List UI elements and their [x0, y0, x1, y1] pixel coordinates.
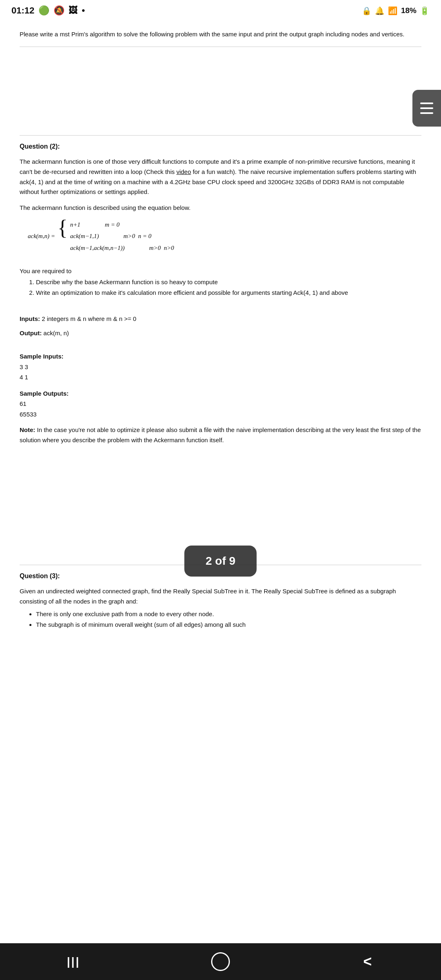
- task-2: Write an optimization to make it's calcu…: [36, 287, 421, 298]
- eq-cond-2: m>0 n = 0: [123, 230, 151, 242]
- sample-outputs-label: Sample Outputs:: [20, 388, 421, 399]
- question-3-bullets: There is only one exclusive path from a …: [20, 609, 421, 630]
- q3-bullet-1: There is only one exclusive path from a …: [36, 609, 421, 619]
- question-2-para-2: The ackermann function is described usin…: [20, 203, 421, 213]
- spacer-samples: [20, 341, 421, 351]
- eq-case-3: ack(m−1,ack(m,n−1)) m>0 n>0: [70, 242, 174, 254]
- eq-case-2: ack(m−1,1) m>0 n = 0: [70, 230, 174, 242]
- sample-output-1: 61: [20, 399, 421, 409]
- note-text: In the case you're not able to optimize …: [20, 426, 421, 443]
- sample-inputs-label: Sample Inputs:: [20, 351, 421, 362]
- time-display: 01:12: [11, 5, 34, 16]
- nav-menu-icon: |||: [67, 955, 80, 968]
- separator-1: [20, 47, 421, 47]
- note-label: Note:: [20, 426, 35, 433]
- status-right: 🔒 🔔 📶 18% 🔋: [362, 6, 430, 16]
- nav-back-button[interactable]: <: [351, 949, 384, 974]
- battery-icon: 🔋: [420, 6, 430, 16]
- content-area: Please write a mst Prim's algorithm to s…: [0, 21, 441, 638]
- eq-expr-2: ack(m−1,1): [70, 230, 99, 242]
- spacer-inputs: [20, 303, 421, 313]
- eq-cond-1: m = 0: [105, 219, 120, 231]
- note-block: Note: In the case you're not able to opt…: [20, 425, 421, 445]
- status-left: 01:12 🟢 🔕 🖼 •: [11, 5, 85, 16]
- equation-row: ack(m,n) = { n+1 m = 0 ack(m−1,1) m>0 n …: [28, 219, 421, 254]
- battery-display: 18%: [401, 6, 416, 15]
- dnd-icon: 🔕: [53, 5, 65, 16]
- spacer-between-questions: [20, 451, 421, 525]
- nav-home-icon: [211, 952, 230, 971]
- eq-cond-3: m>0 n>0: [149, 242, 174, 254]
- screenshot-icon: 🖼: [69, 5, 78, 16]
- nav-home-button[interactable]: [204, 949, 237, 974]
- dot-icon: •: [82, 5, 85, 16]
- spacer-after-eq: [20, 258, 421, 267]
- status-bar: 01:12 🟢 🔕 🖼 • 🔒 🔔 📶 18% 🔋: [0, 0, 441, 21]
- alarm-icon: 🔔: [375, 6, 385, 16]
- hamburger-line-1: [420, 102, 433, 104]
- inputs-text: 2 integers m & n where m & n >= 0: [42, 315, 136, 322]
- content-wrapper: Please write a mst Prim's algorithm to s…: [0, 21, 441, 638]
- sample-input-2: 4 1: [20, 372, 421, 383]
- spacer-after-intro: [20, 54, 421, 128]
- page-indicator: 2 of 9: [184, 546, 256, 577]
- inputs-line: Inputs: 2 integers m & n where m & n >= …: [20, 313, 421, 325]
- sample-inputs-block: Sample Inputs: 3 3 4 1: [20, 351, 421, 383]
- nav-menu-button[interactable]: |||: [57, 949, 90, 974]
- lock-icon: 🔒: [362, 6, 372, 16]
- sample-outputs-block: Sample Outputs: 61 65533: [20, 388, 421, 420]
- eq-expr-1: n+1: [70, 219, 80, 231]
- nav-back-icon: <: [363, 953, 372, 970]
- task-1: Describe why the base Ackermann function…: [36, 277, 421, 287]
- question-3-section: Question (3): Given an undirected weight…: [20, 572, 421, 630]
- sample-output-2: 65533: [20, 409, 421, 420]
- separator-2: [20, 135, 421, 136]
- question-2-title: Question (2):: [20, 143, 421, 150]
- question-2-para-1: The ackermann function is one of those v…: [20, 157, 421, 197]
- output-line: Output: ack(m, n): [20, 327, 421, 339]
- intro-paragraph: Please write a mst Prim's algorithm to s…: [20, 29, 421, 39]
- hamburger-menu-button[interactable]: [412, 90, 441, 127]
- equation-block: ack(m,n) = { n+1 m = 0 ack(m−1,1) m>0 n …: [28, 219, 421, 254]
- inputs-label: Inputs:: [20, 315, 40, 322]
- big-brace: {: [58, 217, 68, 238]
- equation-cases: n+1 m = 0 ack(m−1,1) m>0 n = 0 ack(m−1,a…: [70, 219, 174, 254]
- output-label: Output:: [20, 330, 42, 336]
- whatsapp-icon: 🟢: [38, 5, 49, 16]
- video-link[interactable]: video: [176, 168, 191, 175]
- task-list: Describe why the base Ackermann function…: [20, 277, 421, 298]
- hamburger-line-3: [420, 112, 433, 114]
- hamburger-line-2: [420, 107, 433, 109]
- question-2-section: Question (2): The ackermann function is …: [20, 143, 421, 445]
- sample-input-1: 3 3: [20, 362, 421, 372]
- eq-expr-3: ack(m−1,ack(m,n−1)): [70, 242, 125, 254]
- page-indicator-text: 2 of 9: [205, 555, 235, 567]
- equation-lhs: ack(m,n) =: [28, 231, 55, 242]
- eq-case-1: n+1 m = 0: [70, 219, 174, 231]
- output-text: ack(m, n): [43, 330, 69, 336]
- signal-icon: 📶: [388, 6, 398, 16]
- you-required-text: You are required to: [20, 267, 421, 274]
- question-3-intro: Given an undirected weighted connected g…: [20, 586, 421, 607]
- nav-bar: ||| <: [0, 943, 441, 980]
- q3-bullet-2: The subgraph is of minimum overall weigh…: [36, 619, 421, 630]
